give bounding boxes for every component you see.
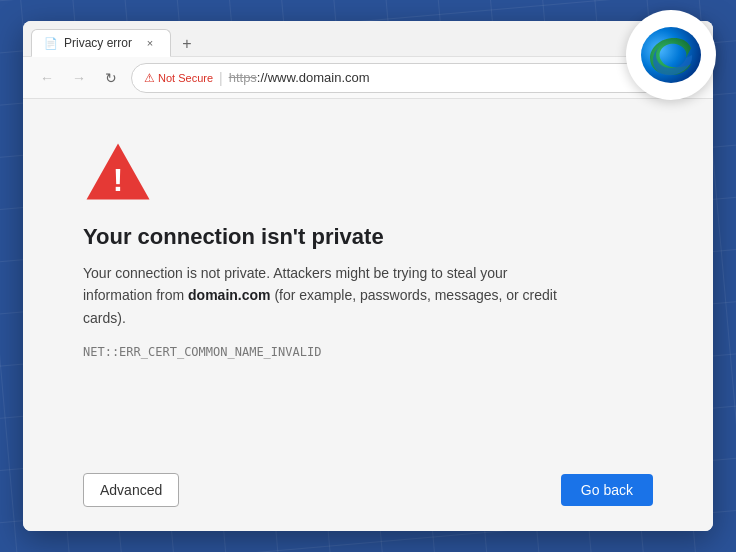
title-bar: 📄 Privacy error × +: [23, 21, 713, 57]
back-button[interactable]: ←: [35, 66, 59, 90]
address-url: https://www.domain.com: [229, 70, 637, 85]
browser-tab[interactable]: 📄 Privacy error ×: [31, 29, 171, 57]
address-url-rest: ://www.domain.com: [257, 70, 370, 85]
svg-text:!: !: [113, 162, 124, 198]
forward-button[interactable]: →: [67, 66, 91, 90]
tab-icon: 📄: [44, 37, 58, 50]
go-back-button[interactable]: Go back: [561, 474, 653, 506]
edge-logo: [626, 10, 716, 100]
error-description: Your connection is not private. Attacker…: [83, 262, 563, 329]
address-bar: ← → ↻ ⚠ Not Secure | https://www.domain.…: [23, 57, 713, 99]
error-domain: domain.com: [188, 287, 270, 303]
error-title: Your connection isn't private: [83, 224, 653, 250]
warning-icon-small: ⚠: [144, 71, 155, 85]
page-buttons: Advanced Go back: [83, 473, 653, 507]
not-secure-label: Not Secure: [158, 72, 213, 84]
tab-title: Privacy error: [64, 36, 132, 50]
warning-triangle-icon: !: [83, 139, 153, 204]
page-content: ! Your connection isn't private Your con…: [23, 99, 713, 531]
address-url-scheme: https: [229, 70, 257, 85]
address-input[interactable]: ⚠ Not Secure | https://www.domain.com ☆: [131, 63, 669, 93]
not-secure-badge: ⚠ Not Secure: [144, 71, 213, 85]
refresh-button[interactable]: ↻: [99, 66, 123, 90]
error-code: NET::ERR_CERT_COMMON_NAME_INVALID: [83, 345, 653, 359]
tab-close-button[interactable]: ×: [142, 35, 158, 51]
tab-area: 📄 Privacy error × +: [31, 21, 705, 56]
new-tab-button[interactable]: +: [175, 32, 199, 56]
address-separator: |: [219, 70, 223, 86]
browser-window: 📄 Privacy error × + ← → ↻ ⚠ Not Secure |…: [23, 21, 713, 531]
advanced-button[interactable]: Advanced: [83, 473, 179, 507]
